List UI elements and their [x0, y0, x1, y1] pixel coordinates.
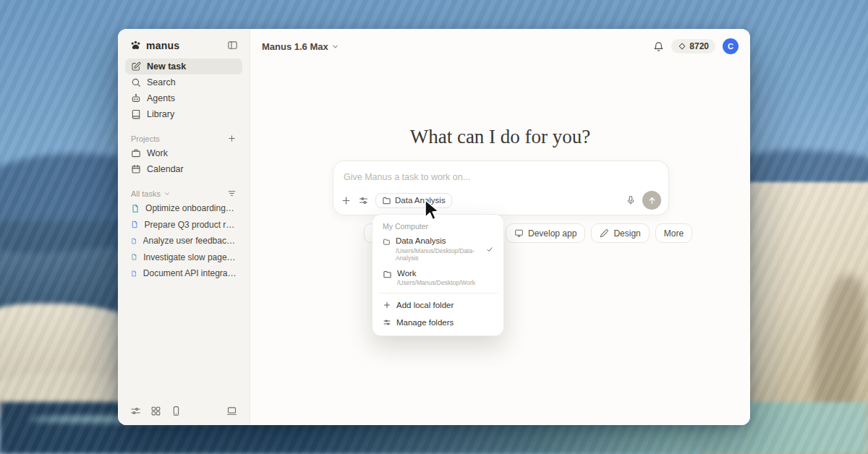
task-filter-button[interactable]	[227, 189, 237, 198]
brand-name: manus	[146, 40, 179, 51]
credits-badge[interactable]: 8720	[671, 39, 715, 53]
desktop-app-button[interactable]	[226, 406, 237, 416]
task-label: Document API integration guidelin...	[143, 268, 237, 278]
suggestion-chip-more[interactable]: More	[655, 223, 692, 243]
task-document-icon	[131, 269, 137, 278]
task-list-item[interactable]: Analyze user feedback from beta test	[125, 233, 242, 249]
folder-menu-item-text: Data Analysis /Users/Manus/Desktop/Data-…	[396, 236, 481, 262]
settings-sliders-button[interactable]	[130, 406, 141, 416]
send-button[interactable]	[642, 191, 661, 210]
sidebar-project-work[interactable]: Work	[125, 145, 242, 161]
folder-name: Data Analysis	[396, 236, 481, 245]
folder-icon	[382, 196, 391, 205]
folder-path: /Users/Manus/Desktop/Data-Analysis	[396, 247, 481, 262]
task-input[interactable]	[344, 172, 658, 182]
task-list-item[interactable]: Optimize onboarding flow	[125, 200, 242, 217]
menu-divider	[378, 293, 498, 294]
sidebar-item-search[interactable]: Search	[125, 74, 242, 90]
task-label: Optimize onboarding flow	[145, 203, 237, 213]
task-list-item[interactable]: Document API integration guidelin...	[125, 265, 242, 282]
manage-folders-action[interactable]: Manage folders	[377, 314, 499, 331]
monitor-icon	[514, 228, 524, 238]
credits-diamond-icon	[678, 42, 686, 51]
chevron-down-icon	[331, 43, 339, 51]
add-local-folder-action[interactable]: Add local folder	[377, 296, 499, 314]
folder-menu: My Computer Data Analysis /Users/Manus/D…	[372, 214, 504, 336]
folder-icon	[383, 270, 392, 279]
mobile-app-button[interactable]	[171, 406, 182, 416]
add-local-folder-label: Add local folder	[396, 301, 454, 309]
suggestion-chip-develop-app[interactable]: Develop app	[506, 223, 585, 243]
folder-chip-label: Data Analysis	[395, 196, 446, 205]
pen-icon	[600, 228, 609, 238]
folder-path: /Users/Manus/Desktop/Work	[397, 279, 475, 286]
suggestion-chip-design[interactable]: Design	[591, 223, 649, 243]
user-avatar[interactable]: C	[723, 38, 739, 54]
projects-section-header: Projects	[125, 132, 242, 145]
add-project-button[interactable]	[227, 134, 237, 143]
task-label: Investigate slow page load reports	[143, 252, 237, 262]
task-list-item[interactable]: Investigate slow page load reports	[125, 249, 242, 266]
suggestion-chip-label: Develop app	[528, 228, 576, 239]
manage-sliders-icon	[383, 318, 391, 327]
task-composer[interactable]: Data Analysis	[333, 160, 669, 215]
bg-rock-left-2	[0, 372, 137, 427]
sidebar-item-new-task[interactable]: New task	[125, 59, 242, 74]
folder-name: Work	[397, 269, 475, 278]
calendar-icon	[131, 164, 141, 174]
arrow-up-icon	[647, 196, 657, 205]
folder-context-chip[interactable]: Data Analysis	[375, 193, 452, 208]
folder-menu-item-text: Work /Users/Manus/Desktop/Work	[397, 269, 475, 287]
all-tasks-section-header: All tasks	[125, 187, 242, 200]
task-document-icon	[131, 252, 137, 262]
folder-menu-item-work[interactable]: Work /Users/Manus/Desktop/Work	[377, 265, 499, 291]
manus-logo-icon	[129, 39, 142, 51]
bg-cliff-shadow	[807, 273, 868, 436]
plus-icon	[383, 301, 391, 309]
sidebar-item-library[interactable]: Library	[125, 106, 242, 122]
sidebar: manus New task Search Agents Library	[118, 29, 250, 425]
sidebar-footer	[125, 403, 242, 416]
sidebar-item-label: Search	[147, 77, 176, 87]
tools-tune-button[interactable]	[358, 195, 369, 206]
composer-toolbar: Data Analysis	[341, 191, 661, 210]
projects-header-label: Projects	[131, 134, 160, 143]
topbar-right: 8720 C	[653, 38, 739, 54]
page-title: What can I do for you?	[250, 126, 750, 148]
new-task-icon	[131, 61, 141, 72]
briefcase-icon	[131, 148, 141, 158]
sidebar-collapse-button[interactable]	[227, 40, 238, 51]
task-list-item[interactable]: Prepare Q3 product roadmap	[125, 217, 242, 234]
main-area: Manus 1.6 Max 8720 C What can I do for y…	[250, 29, 750, 425]
sidebar-item-label: Agents	[147, 93, 175, 103]
sidebar-project-calendar[interactable]: Calendar	[125, 161, 242, 177]
topbar: Manus 1.6 Max 8720 C	[250, 29, 750, 54]
task-document-icon	[131, 220, 139, 229]
sidebar-item-label: New task	[147, 61, 186, 72]
chevron-down-icon[interactable]	[163, 190, 171, 197]
sidebar-header: manus	[125, 38, 242, 59]
folder-menu-item-data-analysis[interactable]: Data Analysis /Users/Manus/Desktop/Data-…	[377, 233, 499, 265]
manage-folders-label: Manage folders	[396, 318, 454, 327]
sidebar-item-label: Calendar	[147, 164, 184, 174]
attach-plus-button[interactable]	[341, 195, 352, 206]
mic-button[interactable]	[626, 195, 636, 205]
folder-icon	[383, 237, 391, 247]
sidebar-item-label: Work	[147, 148, 168, 158]
desktop-background: manus New task Search Agents Library	[0, 0, 868, 454]
model-selector[interactable]: Manus 1.6 Max	[262, 41, 339, 52]
agents-bot-icon	[131, 93, 141, 103]
sidebar-item-agents[interactable]: Agents	[125, 90, 242, 106]
all-tasks-header-label: All tasks	[131, 189, 161, 198]
task-document-icon	[131, 204, 140, 213]
notifications-bell-button[interactable]	[653, 41, 664, 52]
check-icon	[486, 245, 493, 254]
sidebar-item-label: Library	[147, 109, 174, 119]
suggestion-chip-label: Design	[613, 228, 640, 239]
model-name: Manus 1.6 Max	[262, 41, 328, 52]
library-book-icon	[131, 109, 141, 119]
task-label: Analyze user feedback from beta test	[143, 236, 237, 246]
task-label: Prepare Q3 product roadmap	[145, 220, 237, 230]
suggestion-chips: Develop app Design More	[506, 223, 692, 243]
apps-grid-button[interactable]	[150, 406, 161, 416]
